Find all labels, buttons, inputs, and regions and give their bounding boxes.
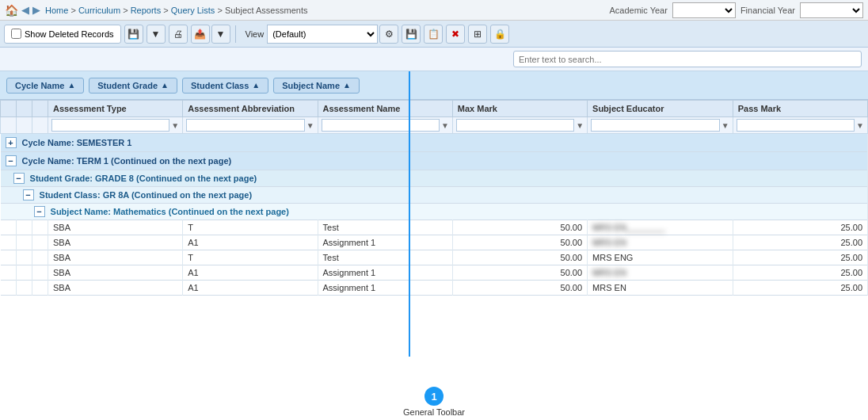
col-assessment-name[interactable]: Assessment Name (318, 101, 452, 117)
breadcrumb-reports[interactable]: Reports (131, 6, 162, 15)
row4-educator-text: MRS EN (592, 268, 631, 277)
forward-icon[interactable]: ▶ (32, 4, 40, 16)
toolbar: Show Deleted Records 💾 ▼ 🖨 📤 ▼ View (Def… (0, 21, 868, 48)
row4-c2 (17, 265, 32, 281)
back-icon[interactable]: ◀ (21, 4, 29, 16)
row3-max: 50.00 (452, 250, 587, 265)
row5-type: SBA (48, 281, 183, 296)
grade-sort-arrow: ▲ (161, 81, 169, 90)
filter-icon-btn[interactable]: ▼ (147, 25, 166, 44)
academic-year-label: Academic Year (610, 6, 668, 15)
group-btn-subject-label: Subject Name (282, 81, 340, 90)
filter-check2 (17, 117, 32, 134)
filter-cell-abbr: ▼ (183, 117, 318, 134)
search-input[interactable] (513, 51, 862, 67)
filter-input-abbr[interactable] (186, 119, 304, 132)
financial-year-label: Financial Year (740, 6, 795, 15)
row5-educator-text: MRS EN (592, 283, 626, 292)
row1-c2 (17, 220, 32, 235)
disk-save-btn[interactable]: 💾 (402, 25, 421, 44)
row1-type: SBA (48, 220, 183, 235)
filter-icon-name[interactable]: ▼ (441, 121, 449, 130)
breadcrumb-home[interactable]: Home (45, 6, 68, 15)
filter-icon-abbr[interactable]: ▼ (306, 121, 314, 130)
expand-term1[interactable]: − (6, 155, 17, 166)
export-dropdown-btn[interactable]: ▼ (211, 25, 230, 44)
expand-maths[interactable]: − (34, 206, 45, 217)
view-select[interactable]: (Default) (267, 25, 378, 44)
group-btn-cycle[interactable]: Cycle Name ▲ (6, 78, 84, 94)
table-row: SBA T Test 50.00 MRS ENG 25.00 (1, 250, 868, 265)
row3-educator-text: MRS ENG (592, 253, 633, 262)
export-icon-btn[interactable]: 📤 (191, 25, 210, 44)
group-cell-grade8: − Student Grade: GRADE 8 (Continued on t… (1, 170, 868, 187)
row4-pass: 25.00 (733, 265, 867, 281)
row5-c3 (32, 281, 48, 296)
filter-input-name[interactable] (322, 119, 440, 132)
group-row-maths: − Subject Name: Mathematics (Continued o… (1, 204, 868, 220)
row1-educator-text: MRS EN________ (592, 223, 665, 232)
filter-icon-educator[interactable]: ▼ (721, 121, 729, 130)
breadcrumb-query-lists[interactable]: Query Lists (171, 6, 215, 15)
group-btn-class[interactable]: Student Class ▲ (182, 78, 268, 94)
row5-c2 (17, 281, 32, 296)
home-icon[interactable]: 🏠 (5, 4, 18, 17)
print-icon-btn[interactable]: 🖨 (169, 25, 188, 44)
row5-c1 (1, 281, 17, 296)
expand-semester1[interactable]: + (6, 137, 17, 148)
group-row-grade8: − Student Grade: GRADE 8 (Continued on t… (1, 170, 868, 187)
row1-c1 (1, 220, 17, 235)
row1-c3 (32, 220, 48, 235)
filter-input-pass[interactable] (737, 119, 855, 132)
row2-max: 50.00 (452, 235, 587, 250)
filter-input-max[interactable] (456, 119, 574, 132)
group-btn-cycle-label: Cycle Name (15, 81, 64, 90)
subject-sort-arrow: ▲ (343, 81, 351, 90)
expand-gr8a[interactable]: − (23, 189, 34, 200)
row1-name: Test (318, 220, 452, 235)
filter-icon-max[interactable]: ▼ (576, 121, 584, 130)
save-icon-btn[interactable]: 💾 (124, 25, 143, 44)
col-educator[interactable]: Subject Educator (588, 101, 733, 117)
grade8-label: Student Grade: GRADE 8 (Continued on the… (30, 174, 257, 183)
filter-icon-type[interactable]: ▼ (171, 121, 179, 130)
group-cell-semester1: + Cycle Name: SEMESTER 1 (1, 134, 868, 152)
delete-btn[interactable]: ✖ (446, 25, 465, 44)
col-assessment-type[interactable]: Assessment Type (48, 101, 183, 117)
group-row-semester1: + Cycle Name: SEMESTER 1 (1, 134, 868, 152)
group-btn-grade-label: Student Grade (97, 81, 158, 90)
search-bar (0, 48, 868, 71)
financial-year-select[interactable] (800, 2, 863, 18)
view-label: View (246, 29, 265, 39)
copy-btn[interactable]: 📋 (424, 25, 443, 44)
expand-grade8[interactable]: − (13, 173, 25, 184)
breadcrumb-curriculum[interactable]: Curriculum (78, 6, 120, 15)
row4-name: Assignment 1 (318, 265, 452, 281)
group-btn-subject[interactable]: Subject Name ▲ (273, 78, 360, 94)
filter-icon-pass[interactable]: ▼ (856, 121, 864, 130)
filter-input-educator[interactable] (591, 119, 720, 132)
row2-c1 (1, 235, 17, 250)
academic-year-select[interactable] (672, 2, 736, 18)
show-deleted-button[interactable]: Show Deleted Records (4, 25, 121, 44)
table-row: SBA T Test 50.00 MRS EN________ 25.00 (1, 220, 868, 235)
cycle-sort-arrow: ▲ (67, 81, 75, 90)
table-row: SBA A1 Assignment 1 50.00 MRS EN 25.00 (1, 235, 868, 250)
row5-max: 50.00 (452, 281, 587, 296)
lock-btn[interactable]: 🔒 (490, 25, 509, 44)
filter-input-type[interactable] (51, 119, 169, 132)
group-btn-grade[interactable]: Student Grade ▲ (89, 78, 177, 94)
semester1-label: Cycle Name: SEMESTER 1 (22, 138, 132, 147)
show-deleted-checkbox[interactable] (11, 29, 21, 39)
col-assessment-abbr[interactable]: Assessment Abbreviation (183, 101, 318, 117)
filter-row: ▼ ▼ ▼ (1, 117, 868, 134)
table-row: SBA A1 Assignment 1 50.00 MRS EN 25.00 (1, 281, 868, 296)
view-manage-btn[interactable]: ⚙ (379, 25, 398, 44)
group-filter-row: Cycle Name ▲ Student Grade ▲ Student Cla… (0, 71, 868, 100)
col-pass-mark[interactable]: Pass Mark (733, 101, 867, 117)
columns-btn[interactable]: ⊞ (468, 25, 487, 44)
table-header-row: Assessment Type Assessment Abbreviation … (1, 101, 868, 117)
col-max-mark[interactable]: Max Mark (452, 101, 587, 117)
col-check1 (1, 101, 17, 117)
row3-c1 (1, 250, 17, 265)
